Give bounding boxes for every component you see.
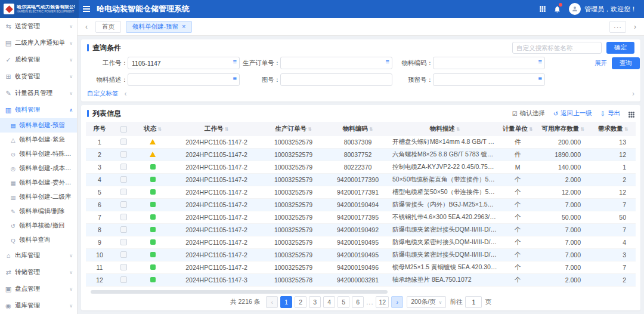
- page-ellipsis[interactable]: ...: [366, 298, 373, 306]
- sidebar-group-9[interactable]: ▣盘点管理∨: [0, 281, 77, 297]
- column-header[interactable]: 物料描述⇅: [390, 122, 500, 136]
- tag-scroll-left-icon[interactable]: ‹: [125, 90, 127, 98]
- tab-home[interactable]: 首页: [95, 21, 121, 33]
- scrollbar-thumb[interactable]: [91, 290, 388, 294]
- column-header[interactable]: 物料编码⇅: [326, 122, 390, 136]
- table-row[interactable]: 32024HPC1105-1147-21000325257980222370控制…: [86, 161, 636, 174]
- tab-more-menu[interactable]: ···: [609, 21, 626, 33]
- tag-scroll-right-icon[interactable]: ›: [632, 90, 634, 98]
- row-checkbox[interactable]: [120, 264, 127, 270]
- row-checkbox[interactable]: [120, 201, 127, 208]
- sort-icon[interactable]: ⇅: [580, 127, 584, 132]
- column-header[interactable]: 工作号⇅: [172, 122, 261, 136]
- sort-icon[interactable]: ⇅: [456, 127, 460, 132]
- sidebar-group-1[interactable]: ⇆送货管理∨: [0, 18, 77, 35]
- row-checkbox[interactable]: [120, 138, 127, 145]
- sidebar-item[interactable]: Q领料单查询: [0, 233, 77, 247]
- search-button[interactable]: 查询: [612, 57, 640, 69]
- table-row[interactable]: 102024HPC1105-1147-210003252579942000190…: [86, 249, 636, 261]
- row-checkbox[interactable]: [120, 276, 127, 283]
- row-checkbox[interactable]: [120, 189, 127, 195]
- sidebar-group-10[interactable]: ◉退库管理∨: [0, 297, 77, 314]
- column-header[interactable]: 序号: [86, 122, 113, 136]
- sidebar-group-6[interactable]: ▥领料管理∧: [0, 101, 77, 118]
- tabs-scroll-left-icon[interactable]: ‹: [82, 23, 91, 31]
- sidebar-item[interactable]: ▦领料单创建-委外组件: [0, 176, 77, 190]
- table-row[interactable]: 52024HPC1105-1147-2100032525799420001773…: [86, 186, 636, 199]
- sort-icon[interactable]: ⇅: [224, 127, 228, 132]
- sort-icon[interactable]: ⇅: [369, 127, 373, 132]
- custom-tag-label[interactable]: 自定义标签: [87, 90, 119, 98]
- reserve-no-input[interactable]: [433, 73, 545, 86]
- select-list-icon[interactable]: ≡: [233, 75, 237, 82]
- sidebar-item[interactable]: ↺领料单核验/撤回: [0, 218, 77, 233]
- sidebar-group-7[interactable]: ⌂出库管理∨: [0, 247, 77, 264]
- sort-icon[interactable]: ⇅: [624, 127, 628, 132]
- sidebar-item[interactable]: ◎领料单创建-成本中心: [0, 161, 77, 176]
- next-page-button[interactable]: ›: [391, 296, 403, 308]
- page-button[interactable]: 5: [338, 296, 349, 308]
- tab-current[interactable]: 领料单创建-预留 ×: [126, 21, 192, 33]
- table-row[interactable]: 22024HPC1105-1147-21000325257980037752六角…: [86, 149, 636, 161]
- row-checkbox[interactable]: [120, 176, 127, 183]
- table-row[interactable]: 42024HPC1105-1147-2100032525799420001773…: [86, 174, 636, 186]
- table-row[interactable]: 112024HPC1105-1147-210003252579942000190…: [86, 261, 636, 274]
- column-header[interactable]: 状态⇅: [134, 122, 172, 136]
- column-header[interactable]: 生产订单号⇅: [261, 122, 326, 136]
- column-header[interactable]: 计量单位⇅: [500, 122, 535, 136]
- expand-toggle[interactable]: 展开: [595, 59, 607, 67]
- sidebar-group-8[interactable]: ⇄转储管理∨: [0, 264, 77, 281]
- page-button[interactable]: 2: [295, 296, 306, 308]
- row-checkbox[interactable]: [120, 226, 127, 233]
- table-row[interactable]: 72024HPC1105-1147-2100032525799420001773…: [86, 211, 636, 224]
- material-desc-input[interactable]: [128, 73, 240, 86]
- export-button[interactable]: ⇩ 导出: [600, 109, 620, 118]
- collapse-sidebar-icon[interactable]: [79, 0, 94, 18]
- page-button[interactable]: 12: [376, 296, 389, 308]
- horizontal-scrollbar[interactable]: [91, 290, 631, 294]
- close-icon[interactable]: ×: [182, 23, 185, 30]
- sidebar-group-5[interactable]: ✎计量器具管理∨: [0, 85, 77, 101]
- select-list-icon[interactable]: ≡: [538, 58, 542, 65]
- sort-icon[interactable]: ⇅: [529, 127, 533, 132]
- select-all-checkbox[interactable]: [120, 126, 127, 133]
- tabs-scroll-right-icon[interactable]: ›: [631, 23, 639, 31]
- column-header[interactable]: 需求数量⇅: [590, 122, 636, 136]
- notification-bell-icon[interactable]: [550, 0, 564, 18]
- sidebar-item[interactable]: ⊙领料单创建-特殊项目: [0, 147, 77, 161]
- order-no-input[interactable]: [280, 57, 392, 69]
- column-settings-icon[interactable]: [628, 109, 634, 118]
- table-row[interactable]: 92024HPC1105-1147-2100032525799420001904…: [86, 236, 636, 249]
- prev-page-button[interactable]: ‹: [266, 296, 278, 308]
- sidebar-group-3[interactable]: ✓质检管理∨: [0, 51, 77, 68]
- page-button[interactable]: 4: [323, 296, 335, 308]
- row-checkbox[interactable]: [120, 239, 127, 245]
- confirm-tag-button[interactable]: 确定: [606, 42, 634, 54]
- page-button[interactable]: 3: [309, 296, 321, 308]
- material-code-input[interactable]: [433, 57, 545, 69]
- drawing-no-input[interactable]: [280, 73, 392, 86]
- goto-page-input[interactable]: [465, 296, 482, 308]
- page-button[interactable]: 6: [352, 296, 364, 308]
- sort-icon[interactable]: ⇅: [157, 127, 162, 132]
- page-button[interactable]: 1: [280, 296, 292, 308]
- confirm-select-button[interactable]: ☑ 确认选择: [512, 109, 545, 118]
- avatar[interactable]: [569, 3, 581, 15]
- sidebar-item[interactable]: ✎领料单编辑/删除: [0, 204, 77, 218]
- row-checkbox[interactable]: [120, 251, 127, 258]
- apps-grid-icon[interactable]: [535, 0, 550, 18]
- column-header[interactable]: 可用库存数量⇅: [535, 122, 590, 136]
- sidebar-item[interactable]: △领料单创建-紧急: [0, 133, 77, 147]
- table-row[interactable]: 122024HPC1105-1147-310003252578942000003…: [86, 274, 636, 287]
- back-button[interactable]: ↺ 返回上一级: [553, 109, 592, 118]
- sidebar-group-4[interactable]: ⊞收货管理∨: [0, 68, 77, 85]
- table-row[interactable]: 82024HPC1105-1147-2100032525799420001904…: [86, 224, 636, 236]
- select-list-icon[interactable]: ≡: [233, 58, 237, 65]
- row-checkbox[interactable]: [120, 164, 127, 170]
- tag-search-input[interactable]: [512, 42, 602, 54]
- sidebar-item[interactable]: ▤领料单创建-预留: [0, 118, 77, 133]
- work-no-input[interactable]: [128, 57, 240, 69]
- page-size-select[interactable]: 200条/页 ∨: [407, 296, 446, 308]
- select-list-icon[interactable]: ≡: [386, 58, 389, 65]
- select-list-icon[interactable]: ≡: [538, 75, 542, 82]
